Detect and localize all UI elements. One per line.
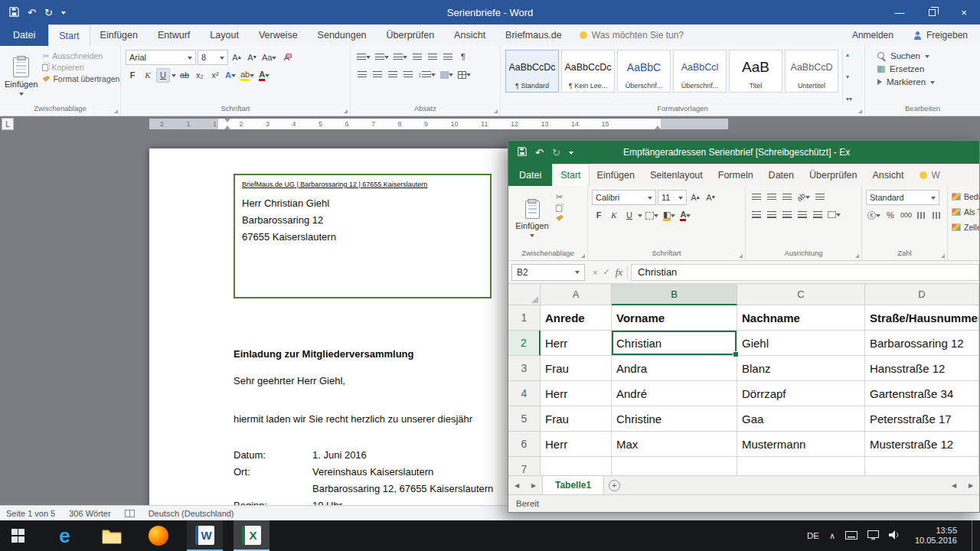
excel-tab-formeln[interactable]: Formeln	[710, 164, 761, 186]
bold-button[interactable]: F	[592, 208, 606, 223]
word-tab-layout[interactable]: Layout	[200, 24, 249, 46]
word-tab-verweise[interactable]: Verweise	[249, 24, 308, 46]
clipboard-dialog-launcher[interactable]	[581, 254, 585, 258]
bullet-list-button[interactable]	[355, 50, 372, 64]
font-size-combobox[interactable]: 8	[198, 50, 228, 65]
word-titlebar[interactable]: ↶ ↻ Serienbriefe - Word — ×	[0, 0, 980, 24]
style-standard[interactable]: AaBbCcDc ¶ Standard	[505, 50, 559, 93]
align-bottom-button[interactable]	[780, 190, 794, 204]
enter-icon[interactable]: ✓	[603, 267, 609, 277]
format-as-table-button[interactable]: Als T	[952, 205, 975, 218]
page-count[interactable]: Seite 1 von 5	[6, 509, 55, 518]
word-tab-ueberpruefen[interactable]: Überprüfen	[377, 24, 445, 46]
cell-d7[interactable]	[865, 457, 979, 475]
format-painter-button[interactable]: Format übertragen	[42, 74, 119, 83]
decrease-decimal-button[interactable]	[930, 208, 944, 223]
cell-d4[interactable]: Gartenstraße 34	[865, 381, 979, 406]
taskbar-word-button[interactable]: W	[187, 520, 223, 551]
cut-button[interactable]: ✂ Ausschneiden	[42, 51, 119, 60]
multilevel-list-button[interactable]	[392, 50, 409, 64]
cell-c2[interactable]: Giehl	[737, 331, 865, 356]
cell-c6[interactable]: Mustermann	[737, 432, 865, 457]
bold-button[interactable]: F	[126, 68, 139, 83]
underline-button[interactable]: U	[622, 208, 636, 223]
subscript-button[interactable]: x₂	[193, 68, 207, 83]
font-dialog-launcher[interactable]	[739, 254, 743, 258]
word-tab-sendungen[interactable]: Sendungen	[308, 24, 377, 46]
wrap-text-button[interactable]	[813, 190, 827, 204]
horizontal-ruler[interactable]: 2 1 1 2 3 4 5 6 7 8 9 10 11 12 13 14 15	[149, 119, 728, 129]
cell-c4[interactable]: Dörrzapf	[737, 381, 865, 406]
clock[interactable]: 13:55 10.05.2016	[910, 526, 962, 546]
italic-button[interactable]: K	[607, 208, 621, 223]
select-button[interactable]: Markieren	[877, 77, 935, 86]
undo-icon[interactable]: ↶	[535, 148, 544, 158]
excel-tab-ansicht[interactable]: Ansicht	[865, 164, 912, 186]
word-tab-entwurf[interactable]: Entwurf	[148, 24, 200, 46]
decrease-indent-button[interactable]	[795, 207, 809, 222]
hidden-icons-chevron[interactable]: ∧	[829, 531, 835, 541]
align-center-button[interactable]	[765, 207, 779, 222]
cell-styles-button[interactable]: Zelle	[952, 220, 975, 233]
align-middle-button[interactable]	[765, 190, 779, 204]
font-color-button[interactable]: A	[257, 68, 271, 83]
underline-dropdown-icon[interactable]	[638, 214, 642, 220]
align-left-button[interactable]	[750, 207, 763, 222]
align-right-button[interactable]	[386, 67, 400, 82]
cell-a2[interactable]: Herr	[541, 331, 612, 356]
close-button[interactable]: ×	[948, 0, 980, 24]
sort-button[interactable]	[441, 50, 455, 64]
cell-d2[interactable]: Barbarossaring 12	[865, 331, 979, 356]
cell-a3[interactable]: Frau	[541, 356, 612, 381]
taskbar-explorer-button[interactable]	[93, 520, 129, 551]
underline-button[interactable]: U	[156, 68, 170, 83]
excel-tab-daten[interactable]: Daten	[761, 164, 802, 186]
excel-tab-start[interactable]: Start	[552, 164, 589, 186]
font-name-combobox[interactable]: Arial	[126, 50, 196, 65]
merge-center-button[interactable]	[826, 207, 842, 222]
line-spacing-button[interactable]: ↕	[416, 67, 437, 82]
increase-indent-button[interactable]	[811, 207, 825, 222]
restore-button[interactable]	[916, 0, 948, 24]
tab-stop-selector[interactable]: L	[2, 118, 14, 130]
find-button[interactable]: Suchen	[877, 51, 935, 60]
comma-style-button[interactable]: 000	[899, 208, 913, 223]
cut-button[interactable]: ✂	[556, 192, 564, 202]
word-tab-datei[interactable]: Datei	[0, 24, 48, 46]
word-tab-briefmaus[interactable]: Briefmaus.de	[495, 24, 572, 46]
word-tab-start[interactable]: Start	[48, 24, 90, 46]
select-all-corner[interactable]	[508, 284, 541, 305]
cell-b6[interactable]: Max	[612, 432, 737, 457]
excel-tell-me-box[interactable]: W	[912, 164, 948, 186]
borders-button[interactable]	[644, 208, 660, 223]
right-indent-marker[interactable]	[655, 119, 662, 129]
column-header-d[interactable]: D	[865, 284, 979, 305]
display-icon[interactable]	[867, 529, 879, 543]
row-header-3[interactable]: 3	[508, 356, 541, 381]
redo-icon[interactable]: ↻	[552, 148, 560, 158]
excel-tab-seitenlayout[interactable]: Seitenlayout	[642, 164, 710, 186]
decrease-indent-button[interactable]	[410, 50, 424, 64]
cell-a6[interactable]: Herr	[541, 432, 612, 457]
shading-button[interactable]	[439, 67, 455, 82]
style-kein-leerraum[interactable]: AaBbCcDc ¶ Kein Lee...	[561, 50, 615, 93]
excel-tab-datei[interactable]: Datei	[508, 164, 552, 186]
volume-icon[interactable]	[889, 529, 900, 543]
word-tab-einfuegen[interactable]: Einfügen	[90, 24, 148, 46]
insert-function-icon[interactable]: fx	[616, 266, 622, 279]
save-icon[interactable]	[9, 7, 19, 18]
indent-marker[interactable]	[224, 119, 231, 129]
share-button[interactable]: Freigeben	[913, 30, 968, 41]
font-size-combobox[interactable]: 11	[658, 190, 687, 205]
column-header-a[interactable]: A	[541, 284, 612, 305]
excel-titlebar[interactable]: ↶ ↻ Empfängeradressen Serienbrief [Schre…	[508, 141, 979, 164]
cell-b5[interactable]: Christine	[612, 406, 737, 432]
align-left-button[interactable]	[355, 67, 369, 82]
address-block[interactable]: BriefMaus.de UG | Barbarossaring 12 | 67…	[234, 174, 492, 298]
paste-button[interactable]: Einfügen	[5, 50, 38, 104]
cell-b4[interactable]: André	[612, 381, 737, 406]
fill-color-button[interactable]: ◧	[662, 208, 677, 223]
row-header-5[interactable]: 5	[508, 406, 541, 432]
number-format-combobox[interactable]: Standard	[866, 190, 939, 205]
cell-b3[interactable]: Andra	[612, 356, 737, 381]
